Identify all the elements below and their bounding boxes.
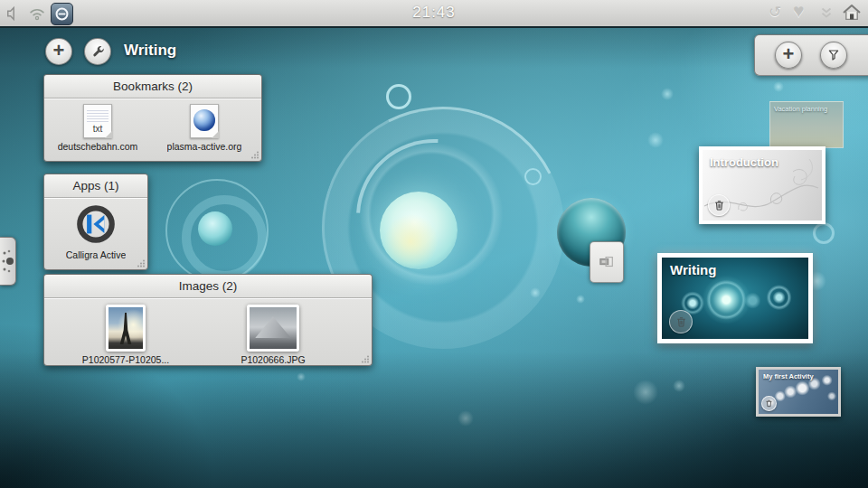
bookmarks-widget[interactable]: Bookmarks (2) txt deutschebahn.com plasm… xyxy=(43,74,262,162)
wallpaper-left-bubble xyxy=(198,211,232,246)
image-label: P1020577-P10205... xyxy=(82,354,169,365)
activity-card-vacation-planning[interactable]: Vacation planning xyxy=(769,101,844,148)
wallpaper-bokeh-dot xyxy=(530,287,541,298)
add-activity-button[interactable]: + xyxy=(45,38,72,65)
plus-icon: + xyxy=(783,44,795,64)
activity-name: My first Activity xyxy=(763,372,814,380)
app-label: Calligra Active xyxy=(66,249,127,260)
trash-icon xyxy=(675,316,687,328)
wallpaper-bokeh-dot xyxy=(673,380,685,392)
wallpaper-small-ring xyxy=(524,168,542,185)
images-widget[interactable]: Images (2) P1020577-P10205... P1020666.J… xyxy=(43,274,373,366)
trash-icon xyxy=(713,200,725,211)
globe-icon xyxy=(190,104,219,138)
activity-card-my-first-activity[interactable]: My first Activity xyxy=(756,367,841,417)
wallpaper-bokeh-dot xyxy=(633,380,658,405)
wallpaper-small-ring xyxy=(386,84,411,109)
wallpaper-bokeh-dot xyxy=(647,132,664,148)
resize-grip-icon[interactable] xyxy=(137,258,146,267)
windows-icon xyxy=(599,254,615,270)
wallpaper-small-ring xyxy=(813,222,835,244)
wallpaper-bokeh-dot xyxy=(661,88,674,100)
wallpaper-bokeh-dot xyxy=(773,81,784,92)
recommendations-toggle-button[interactable] xyxy=(590,241,624,283)
app-item-calligra[interactable]: Calligra Active xyxy=(46,202,146,260)
status-bar: 21:43 ↺ ♥ xyxy=(0,0,868,28)
delete-activity-button[interactable] xyxy=(669,310,693,333)
images-widget-title: Images (2) xyxy=(44,275,372,298)
page-title: Writing xyxy=(124,42,176,60)
activity-name: Introduction xyxy=(710,155,778,169)
wallpaper-bokeh-dot xyxy=(576,295,585,304)
add-item-button[interactable]: + xyxy=(775,42,802,69)
resize-grip-icon[interactable] xyxy=(361,354,370,363)
calligra-icon xyxy=(73,202,118,247)
photo-louvre-thumbnail xyxy=(250,307,297,349)
bookmark-item-deutschebahn[interactable]: txt deutschebahn.com xyxy=(44,104,151,152)
apps-widget[interactable]: Apps (1) Calligra Active xyxy=(43,174,148,270)
wrench-icon xyxy=(90,44,106,60)
photo-eiffel-thumbnail xyxy=(108,307,143,349)
cashew-dots-icon xyxy=(1,243,14,279)
funnel-icon xyxy=(826,48,841,62)
activity-name: Vacation planning xyxy=(774,105,827,113)
apps-widget-title: Apps (1) xyxy=(44,174,147,198)
filter-button[interactable] xyxy=(820,42,847,69)
trash-icon xyxy=(765,399,773,408)
bookmark-label: deutschebahn.com xyxy=(58,141,138,152)
text-file-icon: txt xyxy=(83,104,112,138)
activity-card-writing-selected[interactable]: Writing xyxy=(657,253,813,343)
plus-icon: + xyxy=(53,41,65,61)
image-label: P1020666.JPG xyxy=(241,354,305,365)
activity-tools-panel: + xyxy=(754,34,868,76)
wallpaper-bokeh-dot xyxy=(458,410,474,427)
wallpaper-glowing-bubble xyxy=(380,192,458,269)
delete-activity-button[interactable] xyxy=(708,194,730,216)
wallpaper-bokeh-dot xyxy=(297,372,306,381)
image-item-2[interactable]: P1020666.JPG xyxy=(223,305,323,365)
bookmark-label: plasma-active.org xyxy=(167,141,242,152)
resize-grip-icon[interactable] xyxy=(250,150,259,159)
activity-switcher-handle[interactable] xyxy=(0,237,16,286)
bookmarks-widget-title: Bookmarks (2) xyxy=(44,75,261,99)
clock: 21:43 xyxy=(0,4,868,22)
activity-name: Writing xyxy=(670,262,716,277)
delete-activity-button[interactable] xyxy=(761,396,777,411)
image-item-1[interactable]: P1020577-P10205... xyxy=(71,305,180,365)
settings-button[interactable] xyxy=(84,38,111,65)
activity-card-introduction[interactable]: Introduction xyxy=(699,146,826,224)
bookmark-item-plasma-active[interactable]: plasma-active.org xyxy=(151,104,258,152)
